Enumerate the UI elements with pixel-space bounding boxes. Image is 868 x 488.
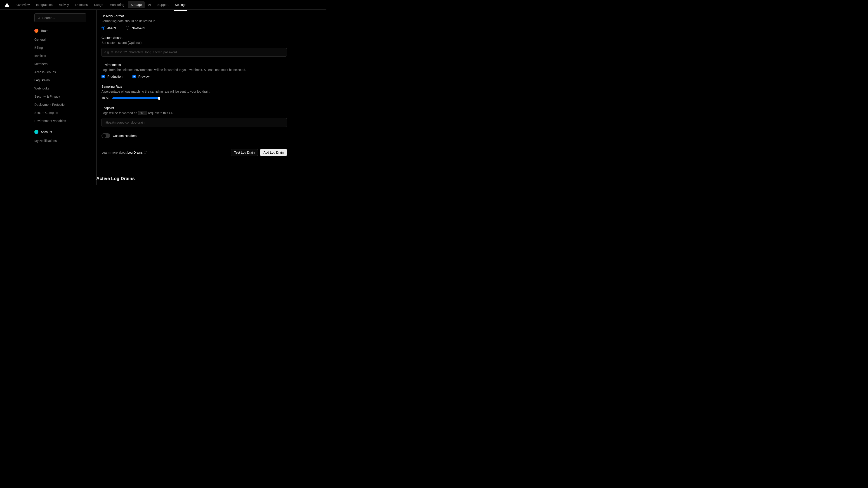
- sidebar-item-deployment-protection[interactable]: Deployment Protection: [34, 101, 96, 109]
- sampling-rate-label: Sampling Rate: [101, 85, 287, 88]
- sidebar-item-billing[interactable]: Billing: [34, 43, 96, 52]
- delivery-option-ndjson[interactable]: NDJSON: [126, 26, 145, 30]
- account-avatar-icon: [34, 130, 38, 134]
- env-option-preview[interactable]: Preview: [132, 75, 150, 78]
- checkbox-checked-icon: [101, 75, 105, 78]
- custom-headers-label: Custom Headers: [113, 134, 136, 138]
- test-log-drain-button[interactable]: Test Log Drain: [231, 149, 258, 156]
- sidebar-group-account: Account: [34, 130, 96, 134]
- sidebar-search[interactable]: [34, 13, 86, 22]
- env-option-production[interactable]: Production: [101, 75, 123, 78]
- vercel-logo-icon[interactable]: [4, 3, 9, 7]
- main-panel: Delivery Format Format log data should b…: [96, 10, 292, 185]
- sampling-rate-slider[interactable]: [112, 97, 159, 99]
- nav-domains[interactable]: Domains: [72, 1, 91, 8]
- custom-secret-label: Custom Secret: [101, 36, 287, 39]
- sidebar-item-invoices[interactable]: Invoices: [34, 52, 96, 60]
- delivery-format-help: Format log data should be delivered in.: [101, 19, 287, 23]
- active-log-drains-title: Active Log Drains: [96, 160, 292, 185]
- delivery-option-json[interactable]: JSON: [101, 26, 116, 30]
- learn-more-link[interactable]: Log Drains: [127, 151, 147, 154]
- svg-line-2: [145, 151, 146, 153]
- svg-point-0: [38, 17, 39, 19]
- sidebar-group-account-label: Account: [41, 130, 52, 134]
- sidebar-search-input[interactable]: [42, 16, 84, 20]
- endpoint-label: Endpoint: [101, 106, 287, 110]
- sidebar-item-general[interactable]: General: [34, 35, 96, 43]
- nav-monitoring[interactable]: Monitoring: [107, 1, 127, 8]
- top-nav: Overview Integrations Activity Domains U…: [0, 0, 327, 10]
- external-link-icon: [144, 151, 147, 154]
- sidebar-item-webhooks[interactable]: Webhooks: [34, 84, 96, 92]
- endpoint-help-pre: Logs will be forwarded as: [101, 111, 138, 115]
- custom-secret-input[interactable]: [101, 48, 287, 57]
- nav-support[interactable]: Support: [154, 1, 171, 8]
- radio-icon: [101, 26, 105, 30]
- custom-secret-help: Set custom secret (Optional).: [101, 41, 287, 44]
- svg-line-1: [39, 19, 40, 19]
- env-option-production-label: Production: [107, 75, 123, 78]
- nav-integrations[interactable]: Integrations: [33, 1, 55, 8]
- nav-usage[interactable]: Usage: [91, 1, 106, 8]
- sidebar-item-environment-variables[interactable]: Environment Variables: [34, 117, 96, 125]
- learn-more-text: Learn more about Log Drains: [101, 151, 147, 154]
- nav-activity[interactable]: Activity: [56, 1, 72, 8]
- nav-ai[interactable]: AI: [145, 1, 154, 8]
- sidebar-item-secure-compute[interactable]: Secure Compute: [34, 109, 96, 117]
- nav-settings[interactable]: Settings: [172, 1, 189, 8]
- sidebar-item-members[interactable]: Members: [34, 60, 96, 68]
- delivery-format-label: Delivery Format: [101, 14, 287, 18]
- slider-thumb-icon[interactable]: [158, 97, 160, 100]
- sidebar-group-team-label: Team: [41, 29, 49, 33]
- nav-storage[interactable]: Storage: [128, 1, 145, 8]
- environments-label: Environments: [101, 63, 287, 67]
- sampling-rate-help: A percentage of logs matching the sampli…: [101, 90, 287, 93]
- radio-icon: [126, 26, 129, 30]
- sampling-rate-value: 100%: [101, 96, 110, 100]
- sidebar-group-team: Team: [34, 29, 96, 33]
- sidebar-item-access-groups[interactable]: Access Groups: [34, 68, 96, 76]
- sidebar-item-security-privacy[interactable]: Security & Privacy: [34, 92, 96, 101]
- environments-help: Logs from the selected environments will…: [101, 68, 287, 72]
- custom-headers-toggle[interactable]: [101, 133, 110, 138]
- search-icon: [37, 16, 40, 20]
- sidebar-item-log-drains[interactable]: Log Drains: [34, 76, 96, 84]
- checkbox-checked-icon: [132, 75, 136, 78]
- delivery-option-ndjson-label: NDJSON: [131, 26, 145, 30]
- form-footer: Learn more about Log Drains Test Log Dra…: [96, 145, 292, 160]
- settings-sidebar: Team General Billing Invoices Members Ac…: [0, 10, 96, 185]
- endpoint-input[interactable]: [101, 118, 287, 127]
- endpoint-help-post: request to this URL.: [147, 111, 176, 115]
- nav-overview[interactable]: Overview: [13, 1, 33, 8]
- add-log-drain-button[interactable]: Add Log Drain: [260, 149, 287, 156]
- delivery-option-json-label: JSON: [107, 26, 116, 30]
- sidebar-item-my-notifications[interactable]: My Notifications: [34, 137, 96, 145]
- learn-more-pre: Learn more about: [101, 151, 127, 154]
- env-option-preview-label: Preview: [138, 75, 150, 78]
- endpoint-help: Logs will be forwarded as POST request t…: [101, 111, 287, 115]
- endpoint-method-badge: POST: [138, 111, 147, 115]
- team-avatar-icon: [34, 29, 38, 33]
- learn-more-link-label: Log Drains: [127, 151, 143, 154]
